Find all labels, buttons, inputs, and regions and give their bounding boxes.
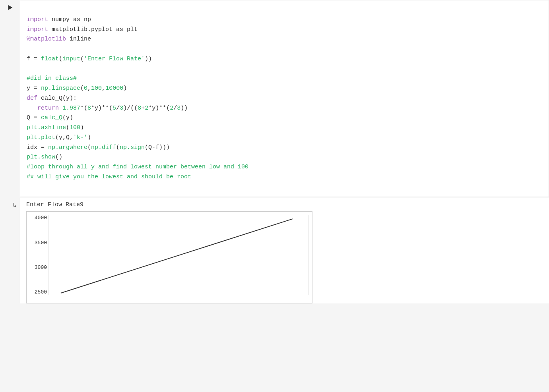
code-block: import numpy as np import matplotlib.pyp…: [27, 5, 542, 192]
run-button[interactable]: [6, 3, 14, 12]
y-label-2500: 2500: [35, 289, 47, 295]
code-text: (: [116, 144, 120, 151]
code-text: (: [87, 144, 91, 151]
num-1987: 1.987: [62, 105, 80, 112]
y-axis-labels: 4000 3500 3000 2500: [27, 212, 48, 303]
code-text: *(: [80, 105, 87, 112]
keyword-def: def: [27, 95, 37, 102]
keyword-import-2: import: [27, 26, 48, 33]
num-8b: 8: [138, 105, 141, 112]
output-prompt-text: Enter Flow Rate9: [26, 201, 543, 208]
num-3a: 3: [120, 105, 123, 112]
fn-calc-q: calc_Q: [41, 114, 62, 121]
num-2: 2: [145, 105, 148, 112]
chart-area: 4000 3500 3000 2500: [26, 211, 312, 303]
comment-root: #x will give you the lowest and should b…: [27, 174, 191, 180]
code-text: ,: [87, 85, 91, 92]
code-text: (y): [62, 114, 73, 121]
keyword-return: return: [37, 105, 59, 112]
code-text: ): [123, 85, 127, 92]
code-text: ): [80, 124, 84, 131]
output-gutter: ↳: [0, 197, 20, 303]
code-text: +: [141, 105, 145, 112]
output-content: Enter Flow Rate9 4000 3500 3000 2500: [20, 197, 549, 303]
code-text: )): [145, 56, 152, 62]
code-content[interactable]: import numpy as np import matplotlib.pyp…: [20, 0, 549, 197]
fn-sign: np.sign: [120, 144, 145, 151]
code-text: plt: [123, 26, 138, 33]
code-text: *y)**(: [148, 105, 170, 112]
num-axhline: 100: [70, 124, 80, 131]
output-row: ↳ Enter Flow Rate9 4000 3500 3000 2500: [0, 197, 549, 303]
keyword-magic: %matplotlib: [27, 36, 66, 42]
code-text: np: [80, 16, 91, 23]
code-text: /: [116, 105, 120, 112]
y-label-3500: 3500: [35, 240, 47, 246]
code-text: (): [55, 154, 62, 160]
notebook-container: import numpy as np import matplotlib.pyp…: [0, 0, 549, 392]
code-text: idx =: [27, 144, 48, 151]
num-10000: 10000: [105, 85, 123, 92]
fn-show: plt.show: [27, 154, 55, 160]
fn-axhline: plt.axhline: [27, 124, 66, 131]
code-text: (: [80, 85, 84, 92]
fn-argwhere: np.argwhere: [48, 144, 87, 151]
string-flow-rate: 'Enter Flow Rate': [84, 56, 145, 62]
code-text: as: [116, 26, 123, 33]
code-text: *y)**(: [91, 105, 113, 112]
code-text: matplotlib.pyplot: [48, 26, 116, 33]
comment-loop: #loop through all y and find lowest numb…: [27, 164, 248, 170]
str-km: 'k-': [73, 134, 87, 141]
num-3b: 3: [177, 105, 180, 112]
code-text: (: [80, 56, 84, 62]
fn-diff: np.diff: [91, 144, 116, 151]
cell-gutter: [0, 0, 20, 197]
y-label-4000: 4000: [35, 215, 47, 221]
code-cell: import numpy as np import matplotlib.pyp…: [0, 0, 549, 197]
num-5: 5: [113, 105, 116, 112]
code-text: )/((: [123, 105, 138, 112]
code-text: )): [180, 105, 188, 112]
fn-plot: plt.plot: [27, 134, 55, 141]
output-arrow-icon: ↳: [13, 201, 17, 209]
code-text: y =: [27, 85, 41, 92]
chart-inner: 4000 3500 3000 2500: [27, 212, 313, 303]
code-text: /: [173, 105, 177, 112]
code-text: Q =: [27, 114, 41, 121]
code-text: (: [66, 124, 70, 131]
comment-1: #did in class#: [27, 75, 77, 82]
svg-marker-0: [8, 5, 13, 10]
code-text: (y,Q,: [55, 134, 73, 141]
play-icon: [6, 4, 14, 11]
code-text: (: [59, 56, 62, 62]
code-text: numpy: [48, 16, 73, 23]
fn-linspace: np.linspace: [41, 85, 80, 92]
code-text: f =: [27, 56, 41, 62]
code-text: ): [87, 134, 91, 141]
code-text: (Q-f))): [145, 144, 170, 151]
num-2b: 2: [170, 105, 173, 112]
code-text: [27, 105, 37, 112]
y-label-3000: 3000: [35, 265, 47, 270]
num-100: 100: [91, 85, 102, 92]
code-text: calc_Q(y):: [37, 95, 77, 102]
fn-input: input: [62, 56, 80, 62]
fn-float: float: [41, 56, 59, 62]
keyword-import-1: import: [27, 16, 48, 23]
num-8a: 8: [87, 105, 91, 112]
code-text: ,: [102, 85, 105, 92]
code-text: as: [73, 16, 80, 23]
chart-svg: [48, 215, 309, 295]
num-0: 0: [84, 85, 87, 92]
code-text: inline: [66, 36, 91, 42]
code-text: [59, 105, 62, 112]
